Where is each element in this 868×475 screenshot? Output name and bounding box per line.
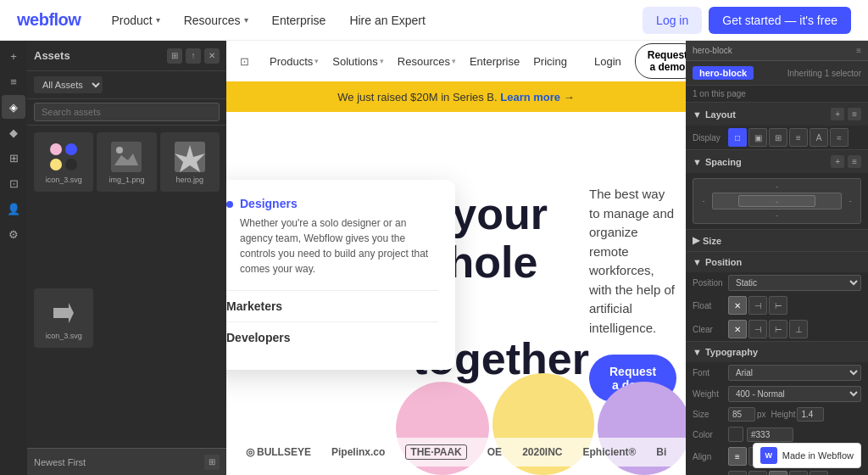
float-right-btn[interactable]: ⊢ xyxy=(769,296,787,315)
rp-float-label: Float xyxy=(693,301,725,310)
float-left-btn[interactable]: ⊣ xyxy=(748,296,767,315)
rp-text-color-swatch[interactable] xyxy=(728,427,743,442)
list-item[interactable]: img_1.png xyxy=(97,132,156,192)
display-inline-icon[interactable]: ≡ xyxy=(789,128,808,147)
inner-nav-resources[interactable]: Resources ▾ xyxy=(398,55,456,68)
toolbar-icon-plus[interactable]: + xyxy=(2,44,25,68)
rp-position-header[interactable]: ▼ Position xyxy=(686,252,868,272)
top-nav-right: Log in Get started — it's free xyxy=(643,7,851,34)
rp-layout-section: ▼ Layout + ≡ Display □ ▣ ⊞ ≡ A ≈ xyxy=(686,103,868,150)
banner-link[interactable]: Learn more xyxy=(500,91,560,103)
assets-panel-title: Assets xyxy=(34,49,70,62)
display-block-icon[interactable]: □ xyxy=(728,128,747,147)
rp-spacing-menu-btn[interactable]: ≡ xyxy=(848,155,861,168)
dropdown-item-marketers[interactable]: Marketers xyxy=(226,290,438,321)
rp-font-select[interactable]: Arial xyxy=(728,365,861,381)
style-underline-btn[interactable]: T xyxy=(789,471,808,475)
clear-both-btn[interactable]: ⊥ xyxy=(789,320,808,338)
rp-spacing-header[interactable]: ▼ Spacing + ≡ xyxy=(686,150,868,173)
toolbar-icon-ecom[interactable]: ⊡ xyxy=(2,171,25,195)
toolbar-icon-users[interactable]: 👤 xyxy=(2,197,25,221)
rp-layout-header[interactable]: ▼ Layout + ≡ xyxy=(686,103,868,126)
display-none-icon[interactable]: ≈ xyxy=(830,128,849,147)
dropdown-item-designers[interactable]: Designers Whether you're a solo designer… xyxy=(226,197,438,277)
inner-nav-login[interactable]: Login xyxy=(594,55,621,68)
assets-filter-dropdown[interactable]: All Assets xyxy=(34,76,103,93)
toolbar-icon-layers[interactable]: ≡ xyxy=(2,70,25,93)
inner-nav-enterprise[interactable]: Enterprise xyxy=(470,55,520,68)
assets-action-upload[interactable]: ↑ xyxy=(186,48,201,64)
nav-item-product[interactable]: Product ▾ xyxy=(101,8,170,32)
rp-weight-select[interactable]: 400 - Normal xyxy=(728,386,861,402)
clear-left-btn[interactable]: ⊣ xyxy=(748,320,767,338)
rp-element-header: hero-block ≡ xyxy=(686,41,868,61)
chevron-down-icon: ▾ xyxy=(244,15,248,25)
rp-layout-actions: + ≡ xyxy=(831,108,861,120)
login-button[interactable]: Log in xyxy=(643,7,702,34)
asset-label: hero.jpg xyxy=(164,176,216,184)
nav-item-hire[interactable]: Hire an Expert xyxy=(339,8,435,32)
toolbar-icon-assets[interactable]: ◈ xyxy=(2,95,25,119)
right-panel: hero-block ≡ hero-block Inheriting 1 sel… xyxy=(686,41,868,475)
search-input[interactable] xyxy=(34,103,220,121)
rp-position-select[interactable]: Static xyxy=(728,275,861,291)
rp-font-size-input[interactable] xyxy=(728,407,755,422)
list-item[interactable]: icon_3.svg xyxy=(34,288,93,348)
spacing-top-label: - xyxy=(697,182,857,191)
clear-right-btn[interactable]: ⊢ xyxy=(769,320,787,338)
rp-size-header[interactable]: ▶ Size xyxy=(686,230,868,251)
toolbar-icon-symbols[interactable]: ◆ xyxy=(2,120,25,144)
chevron-icon: ▾ xyxy=(380,57,384,65)
brand-logos-bar: ◎ BULLSEYE Pipelinx.co THE·PAAK OE 2020I… xyxy=(226,438,686,467)
nav-item-resources[interactable]: Resources ▾ xyxy=(174,8,259,32)
main-layout: + ≡ ◈ ◆ ⊞ ⊡ 👤 ⚙ Assets ⊞ ↑ ✕ Al xyxy=(0,41,868,475)
list-item[interactable]: hero.jpg xyxy=(160,132,220,192)
svg-marker-8 xyxy=(53,303,74,323)
display-flex-icon[interactable]: ▣ xyxy=(748,128,767,147)
inner-nav-products[interactable]: Products ▾ xyxy=(270,55,319,68)
active-dot xyxy=(226,201,233,208)
inner-nav-solutions[interactable]: Solutions ▾ xyxy=(332,55,383,68)
rp-color-input[interactable] xyxy=(747,428,793,442)
style-strike-btn[interactable]: ✕ xyxy=(769,471,787,475)
list-item[interactable]: icon_3.svg xyxy=(34,132,93,192)
spacing-bottom-label: - xyxy=(697,211,857,220)
dropdown-item-developers[interactable]: Developers xyxy=(226,321,438,353)
brand-b: Bi xyxy=(656,446,666,458)
inner-nav: ⊡ Products ▾ Solutions ▾ Resources ▾ Ent… xyxy=(226,41,686,81)
rp-size-title: Size xyxy=(703,236,721,246)
assets-footer-grid-btn[interactable]: ⊞ xyxy=(204,455,220,470)
float-none-btn[interactable]: ✕ xyxy=(728,296,747,315)
nav-item-enterprise[interactable]: Enterprise xyxy=(262,8,337,32)
rp-spacing-title: Spacing xyxy=(705,157,742,167)
dropdown-item-desc: Whether you're a solo designer or an age… xyxy=(240,215,438,277)
rp-layout-action-btn[interactable]: + xyxy=(831,108,844,120)
toolbar-icon-integrations[interactable]: ⚙ xyxy=(2,222,25,246)
chevron-icon: ▾ xyxy=(452,57,456,65)
toolbar-icon-cms[interactable]: ⊞ xyxy=(2,146,25,170)
display-inline-block-icon[interactable]: A xyxy=(810,128,828,147)
rp-spacing-section: ▼ Spacing + ≡ - - - xyxy=(686,150,868,230)
left-section: + ≡ ◈ ◆ ⊞ ⊡ 👤 ⚙ Assets ⊞ ↑ ✕ Al xyxy=(0,41,226,475)
get-started-button[interactable]: Get started — it's free xyxy=(709,7,851,34)
style-caps-btn[interactable]: T̂ xyxy=(810,471,828,475)
rp-layout-menu-btn[interactable]: ≡ xyxy=(848,108,861,120)
style-italic-btn[interactable]: I xyxy=(728,471,747,475)
inner-nav-pricing[interactable]: Pricing xyxy=(533,55,567,68)
asset-label: img_1.png xyxy=(100,176,153,184)
asset-preview xyxy=(47,296,81,330)
rp-panel-menu[interactable]: ≡ xyxy=(856,46,861,55)
assets-action-grid[interactable]: ⊞ xyxy=(167,48,182,64)
assets-panel-footer: Newest First ⊞ xyxy=(27,448,226,475)
align-left-btn[interactable]: ≡ xyxy=(728,447,747,466)
style-bold-btn[interactable]: B xyxy=(748,471,767,475)
assets-close-btn[interactable]: ✕ xyxy=(204,48,220,64)
rp-typography-header[interactable]: ▼ Typography xyxy=(686,342,868,362)
display-grid-icon[interactable]: ⊞ xyxy=(769,128,787,147)
request-demo-button[interactable]: Request a demo xyxy=(635,43,686,79)
rp-line-height-input[interactable] xyxy=(797,407,824,422)
spacing-right-label: - xyxy=(843,197,857,205)
rp-spacing-action-btn[interactable]: + xyxy=(831,155,844,168)
clear-none-btn[interactable]: ✕ xyxy=(728,320,747,338)
rp-layout-title: Layout xyxy=(705,109,736,120)
